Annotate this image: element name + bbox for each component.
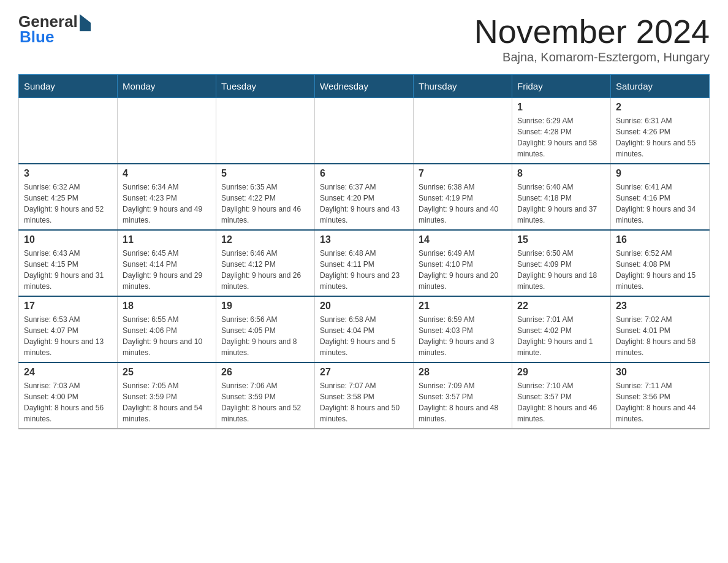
calendar-cell: 2Sunrise: 6:31 AM Sunset: 4:26 PM Daylig… [611,98,710,164]
calendar-cell: 4Sunrise: 6:34 AM Sunset: 4:23 PM Daylig… [118,164,216,230]
day-info: Sunrise: 6:49 AM Sunset: 4:10 PM Dayligh… [419,248,507,292]
day-number: 23 [616,301,704,312]
calendar-cell [19,98,118,164]
day-info: Sunrise: 6:52 AM Sunset: 4:08 PM Dayligh… [616,248,704,292]
calendar-cell: 12Sunrise: 6:46 AM Sunset: 4:12 PM Dayli… [216,230,315,296]
day-info: Sunrise: 6:38 AM Sunset: 4:19 PM Dayligh… [419,182,507,226]
day-info: Sunrise: 7:10 AM Sunset: 3:57 PM Dayligh… [517,380,605,424]
day-info: Sunrise: 6:31 AM Sunset: 4:26 PM Dayligh… [616,115,704,159]
day-number: 7 [419,168,507,179]
day-info: Sunrise: 6:35 AM Sunset: 4:22 PM Dayligh… [221,182,309,226]
day-info: Sunrise: 6:53 AM Sunset: 4:07 PM Dayligh… [24,314,112,358]
calendar-cell: 22Sunrise: 7:01 AM Sunset: 4:02 PM Dayli… [512,296,611,362]
day-number: 16 [616,234,704,245]
calendar-cell: 21Sunrise: 6:59 AM Sunset: 4:03 PM Dayli… [414,296,512,362]
day-info: Sunrise: 7:05 AM Sunset: 3:59 PM Dayligh… [123,380,211,424]
calendar-cell [118,98,216,164]
main-title: November 2024 [474,12,710,50]
calendar-cell: 23Sunrise: 7:02 AM Sunset: 4:01 PM Dayli… [611,296,710,362]
day-number: 20 [320,301,408,312]
day-number: 21 [419,301,507,312]
day-number: 14 [419,234,507,245]
col-tuesday: Tuesday [216,75,315,98]
calendar-cell: 10Sunrise: 6:43 AM Sunset: 4:15 PM Dayli… [19,230,118,296]
calendar-cell: 17Sunrise: 6:53 AM Sunset: 4:07 PM Dayli… [19,296,118,362]
col-friday: Friday [512,75,611,98]
day-info: Sunrise: 7:09 AM Sunset: 3:57 PM Dayligh… [419,380,507,424]
day-info: Sunrise: 6:56 AM Sunset: 4:05 PM Dayligh… [221,314,309,358]
day-number: 8 [517,168,605,179]
col-thursday: Thursday [414,75,512,98]
day-info: Sunrise: 6:40 AM Sunset: 4:18 PM Dayligh… [517,182,605,226]
day-info: Sunrise: 7:06 AM Sunset: 3:59 PM Dayligh… [221,380,309,424]
col-monday: Monday [118,75,216,98]
day-number: 5 [221,168,309,179]
subtitle: Bajna, Komarom-Esztergom, Hungary [474,50,710,64]
calendar-cell: 3Sunrise: 6:32 AM Sunset: 4:25 PM Daylig… [19,164,118,230]
day-number: 10 [24,234,112,245]
day-number: 2 [616,102,704,113]
calendar-table: Sunday Monday Tuesday Wednesday Thursday… [18,74,710,429]
page-header: General Blue November 2024 Bajna, Komaro… [18,12,710,64]
col-wednesday: Wednesday [315,75,414,98]
logo: General Blue [18,12,91,47]
calendar-cell: 11Sunrise: 6:45 AM Sunset: 4:14 PM Dayli… [118,230,216,296]
calendar-header-row: Sunday Monday Tuesday Wednesday Thursday… [19,75,710,98]
day-info: Sunrise: 6:50 AM Sunset: 4:09 PM Dayligh… [517,248,605,292]
day-number: 29 [517,367,605,378]
day-number: 1 [517,102,605,113]
day-info: Sunrise: 6:48 AM Sunset: 4:11 PM Dayligh… [320,248,408,292]
col-saturday: Saturday [611,75,710,98]
day-info: Sunrise: 7:07 AM Sunset: 3:58 PM Dayligh… [320,380,408,424]
calendar-cell: 26Sunrise: 7:06 AM Sunset: 3:59 PM Dayli… [216,362,315,429]
calendar-cell: 18Sunrise: 6:55 AM Sunset: 4:06 PM Dayli… [118,296,216,362]
day-info: Sunrise: 7:01 AM Sunset: 4:02 PM Dayligh… [517,314,605,358]
day-number: 3 [24,168,112,179]
day-number: 6 [320,168,408,179]
calendar-cell: 29Sunrise: 7:10 AM Sunset: 3:57 PM Dayli… [512,362,611,429]
day-info: Sunrise: 7:02 AM Sunset: 4:01 PM Dayligh… [616,314,704,358]
day-number: 25 [123,367,211,378]
day-info: Sunrise: 6:46 AM Sunset: 4:12 PM Dayligh… [221,248,309,292]
calendar-cell: 19Sunrise: 6:56 AM Sunset: 4:05 PM Dayli… [216,296,315,362]
day-number: 26 [221,367,309,378]
day-info: Sunrise: 6:55 AM Sunset: 4:06 PM Dayligh… [123,314,211,358]
calendar-week-row: 24Sunrise: 7:03 AM Sunset: 4:00 PM Dayli… [19,362,710,429]
day-number: 4 [123,168,211,179]
day-info: Sunrise: 6:41 AM Sunset: 4:16 PM Dayligh… [616,182,704,226]
day-number: 15 [517,234,605,245]
calendar-cell: 9Sunrise: 6:41 AM Sunset: 4:16 PM Daylig… [611,164,710,230]
calendar-week-row: 10Sunrise: 6:43 AM Sunset: 4:15 PM Dayli… [19,230,710,296]
logo-arrow-icon [80,14,91,31]
logo-blue-text: Blue [20,28,54,47]
day-number: 17 [24,301,112,312]
day-number: 9 [616,168,704,179]
day-info: Sunrise: 6:37 AM Sunset: 4:20 PM Dayligh… [320,182,408,226]
calendar-cell: 28Sunrise: 7:09 AM Sunset: 3:57 PM Dayli… [414,362,512,429]
day-info: Sunrise: 7:11 AM Sunset: 3:56 PM Dayligh… [616,380,704,424]
calendar-cell: 30Sunrise: 7:11 AM Sunset: 3:56 PM Dayli… [611,362,710,429]
calendar-cell: 27Sunrise: 7:07 AM Sunset: 3:58 PM Dayli… [315,362,414,429]
calendar-cell [315,98,414,164]
calendar-week-row: 3Sunrise: 6:32 AM Sunset: 4:25 PM Daylig… [19,164,710,230]
day-number: 30 [616,367,704,378]
day-number: 28 [419,367,507,378]
calendar-cell: 14Sunrise: 6:49 AM Sunset: 4:10 PM Dayli… [414,230,512,296]
day-number: 24 [24,367,112,378]
calendar-cell [216,98,315,164]
calendar-cell: 8Sunrise: 6:40 AM Sunset: 4:18 PM Daylig… [512,164,611,230]
day-number: 12 [221,234,309,245]
calendar-week-row: 1Sunrise: 6:29 AM Sunset: 4:28 PM Daylig… [19,98,710,164]
calendar-cell [414,98,512,164]
day-number: 19 [221,301,309,312]
day-info: Sunrise: 6:59 AM Sunset: 4:03 PM Dayligh… [419,314,507,358]
day-info: Sunrise: 7:03 AM Sunset: 4:00 PM Dayligh… [24,380,112,424]
calendar-cell: 5Sunrise: 6:35 AM Sunset: 4:22 PM Daylig… [216,164,315,230]
calendar-cell: 20Sunrise: 6:58 AM Sunset: 4:04 PM Dayli… [315,296,414,362]
calendar-cell: 15Sunrise: 6:50 AM Sunset: 4:09 PM Dayli… [512,230,611,296]
calendar-cell: 7Sunrise: 6:38 AM Sunset: 4:19 PM Daylig… [414,164,512,230]
calendar-cell: 6Sunrise: 6:37 AM Sunset: 4:20 PM Daylig… [315,164,414,230]
calendar-cell: 24Sunrise: 7:03 AM Sunset: 4:00 PM Dayli… [19,362,118,429]
day-info: Sunrise: 6:29 AM Sunset: 4:28 PM Dayligh… [517,115,605,159]
day-info: Sunrise: 6:43 AM Sunset: 4:15 PM Dayligh… [24,248,112,292]
